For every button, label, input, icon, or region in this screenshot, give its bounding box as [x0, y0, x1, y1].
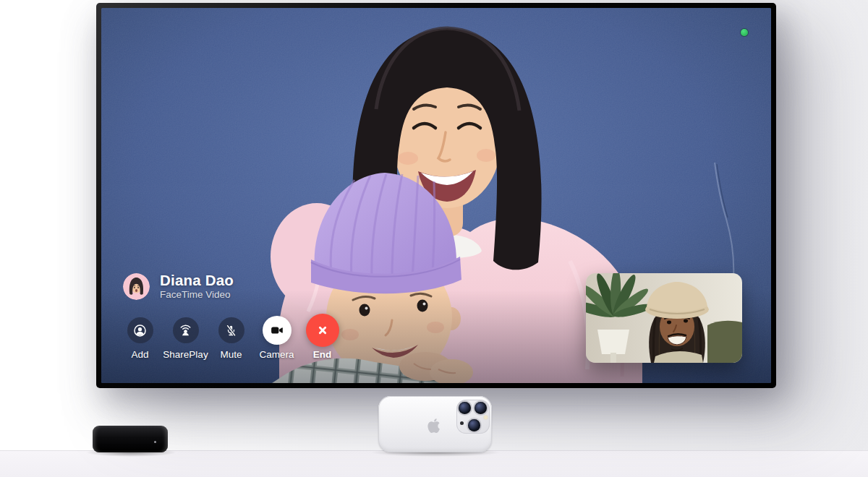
add-person-icon: [132, 323, 148, 338]
iphone-camera-module: [456, 400, 490, 434]
pip-remote-video[interactable]: [586, 273, 742, 363]
mic-slash-icon: [224, 323, 239, 338]
call-type-label: FaceTime Video: [160, 289, 234, 301]
camera-lens: [475, 402, 487, 414]
caller-name: Diana Dao: [160, 272, 234, 288]
shareplay-button-label: SharePlay: [163, 349, 208, 360]
caller-text: Diana Dao FaceTime Video: [160, 272, 234, 301]
add-button[interactable]: Add: [117, 314, 163, 360]
add-button-circle[interactable]: [127, 317, 153, 343]
mute-button[interactable]: Mute: [208, 314, 254, 360]
camera-flash: [484, 416, 488, 419]
camera-lens: [468, 419, 480, 431]
shareplay-icon: [178, 323, 193, 338]
camera-button-label: Camera: [259, 349, 294, 360]
end-button[interactable]: End: [299, 314, 345, 360]
camera-active-indicator: [741, 29, 748, 36]
caller-info: Diana Dao FaceTime Video: [123, 272, 234, 301]
tv-screen: Diana Dao FaceTime Video Add: [101, 8, 771, 383]
scene: Diana Dao FaceTime Video Add: [0, 0, 868, 477]
shareplay-button[interactable]: SharePlay: [163, 314, 208, 360]
shareplay-button-circle[interactable]: [173, 317, 199, 343]
camera-lens: [459, 402, 471, 414]
apple-tv-box: [93, 426, 168, 452]
add-button-label: Add: [131, 349, 148, 360]
apple-tv-led: [154, 441, 156, 443]
call-controls: Add SharePlay: [117, 314, 345, 360]
mute-button-circle[interactable]: [218, 317, 244, 343]
iphone-camera: [378, 396, 492, 452]
end-button-label: End: [313, 349, 332, 360]
tv: Diana Dao FaceTime Video Add: [96, 3, 776, 388]
pip-video-feed: [586, 273, 742, 363]
end-call-x-icon: [315, 322, 331, 338]
mute-button-label: Mute: [220, 349, 242, 360]
end-button-circle[interactable]: [306, 314, 339, 347]
camera-sensor: [460, 421, 464, 425]
caller-avatar memoji-avatar-icon: [123, 273, 150, 300]
camera-button-circle[interactable]: [263, 316, 292, 345]
camera-button[interactable]: Camera: [254, 314, 299, 360]
apple-logo-icon: [426, 416, 441, 434]
video-camera-icon: [269, 322, 285, 338]
